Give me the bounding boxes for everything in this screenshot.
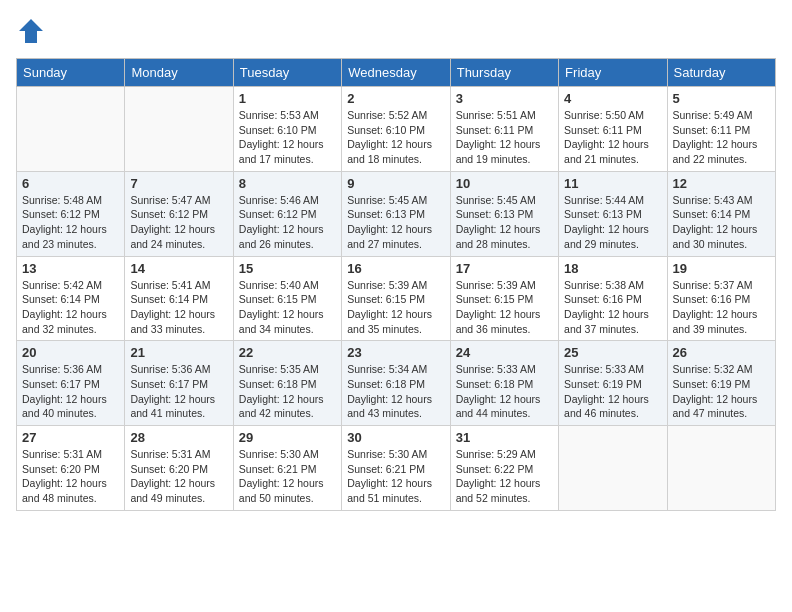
calendar-cell: 31Sunrise: 5:29 AM Sunset: 6:22 PM Dayli…: [450, 426, 558, 511]
day-info: Sunrise: 5:29 AM Sunset: 6:22 PM Dayligh…: [456, 447, 553, 506]
calendar-cell: 21Sunrise: 5:36 AM Sunset: 6:17 PM Dayli…: [125, 341, 233, 426]
calendar-table: SundayMondayTuesdayWednesdayThursdayFrid…: [16, 58, 776, 511]
day-number: 5: [673, 91, 770, 106]
day-number: 28: [130, 430, 227, 445]
day-info: Sunrise: 5:42 AM Sunset: 6:14 PM Dayligh…: [22, 278, 119, 337]
day-info: Sunrise: 5:41 AM Sunset: 6:14 PM Dayligh…: [130, 278, 227, 337]
weekday-header: Friday: [559, 59, 667, 87]
day-info: Sunrise: 5:38 AM Sunset: 6:16 PM Dayligh…: [564, 278, 661, 337]
calendar-cell: 6Sunrise: 5:48 AM Sunset: 6:12 PM Daylig…: [17, 171, 125, 256]
day-number: 24: [456, 345, 553, 360]
calendar-cell: 10Sunrise: 5:45 AM Sunset: 6:13 PM Dayli…: [450, 171, 558, 256]
day-info: Sunrise: 5:45 AM Sunset: 6:13 PM Dayligh…: [456, 193, 553, 252]
weekday-header: Wednesday: [342, 59, 450, 87]
calendar-cell: 20Sunrise: 5:36 AM Sunset: 6:17 PM Dayli…: [17, 341, 125, 426]
day-info: Sunrise: 5:33 AM Sunset: 6:19 PM Dayligh…: [564, 362, 661, 421]
day-number: 15: [239, 261, 336, 276]
day-info: Sunrise: 5:35 AM Sunset: 6:18 PM Dayligh…: [239, 362, 336, 421]
calendar-cell: 24Sunrise: 5:33 AM Sunset: 6:18 PM Dayli…: [450, 341, 558, 426]
day-number: 23: [347, 345, 444, 360]
calendar-cell: 5Sunrise: 5:49 AM Sunset: 6:11 PM Daylig…: [667, 87, 775, 172]
calendar-cell: [667, 426, 775, 511]
calendar-cell: 7Sunrise: 5:47 AM Sunset: 6:12 PM Daylig…: [125, 171, 233, 256]
weekday-header: Tuesday: [233, 59, 341, 87]
calendar-cell: 1Sunrise: 5:53 AM Sunset: 6:10 PM Daylig…: [233, 87, 341, 172]
day-info: Sunrise: 5:48 AM Sunset: 6:12 PM Dayligh…: [22, 193, 119, 252]
day-info: Sunrise: 5:36 AM Sunset: 6:17 PM Dayligh…: [22, 362, 119, 421]
day-info: Sunrise: 5:43 AM Sunset: 6:14 PM Dayligh…: [673, 193, 770, 252]
day-number: 21: [130, 345, 227, 360]
day-number: 14: [130, 261, 227, 276]
calendar-cell: 26Sunrise: 5:32 AM Sunset: 6:19 PM Dayli…: [667, 341, 775, 426]
day-info: Sunrise: 5:30 AM Sunset: 6:21 PM Dayligh…: [239, 447, 336, 506]
weekday-header: Thursday: [450, 59, 558, 87]
svg-marker-0: [19, 19, 43, 43]
day-info: Sunrise: 5:52 AM Sunset: 6:10 PM Dayligh…: [347, 108, 444, 167]
day-info: Sunrise: 5:39 AM Sunset: 6:15 PM Dayligh…: [456, 278, 553, 337]
calendar-cell: 18Sunrise: 5:38 AM Sunset: 6:16 PM Dayli…: [559, 256, 667, 341]
weekday-header: Saturday: [667, 59, 775, 87]
day-number: 31: [456, 430, 553, 445]
day-info: Sunrise: 5:51 AM Sunset: 6:11 PM Dayligh…: [456, 108, 553, 167]
calendar-cell: 19Sunrise: 5:37 AM Sunset: 6:16 PM Dayli…: [667, 256, 775, 341]
calendar-cell: 28Sunrise: 5:31 AM Sunset: 6:20 PM Dayli…: [125, 426, 233, 511]
page-header: [16, 16, 776, 46]
day-info: Sunrise: 5:30 AM Sunset: 6:21 PM Dayligh…: [347, 447, 444, 506]
day-number: 1: [239, 91, 336, 106]
calendar-cell: 9Sunrise: 5:45 AM Sunset: 6:13 PM Daylig…: [342, 171, 450, 256]
calendar-cell: 8Sunrise: 5:46 AM Sunset: 6:12 PM Daylig…: [233, 171, 341, 256]
day-info: Sunrise: 5:31 AM Sunset: 6:20 PM Dayligh…: [22, 447, 119, 506]
day-number: 12: [673, 176, 770, 191]
calendar-cell: 17Sunrise: 5:39 AM Sunset: 6:15 PM Dayli…: [450, 256, 558, 341]
day-info: Sunrise: 5:46 AM Sunset: 6:12 PM Dayligh…: [239, 193, 336, 252]
calendar-cell: 30Sunrise: 5:30 AM Sunset: 6:21 PM Dayli…: [342, 426, 450, 511]
day-number: 6: [22, 176, 119, 191]
calendar-cell: 3Sunrise: 5:51 AM Sunset: 6:11 PM Daylig…: [450, 87, 558, 172]
weekday-header: Monday: [125, 59, 233, 87]
day-number: 16: [347, 261, 444, 276]
day-info: Sunrise: 5:49 AM Sunset: 6:11 PM Dayligh…: [673, 108, 770, 167]
day-info: Sunrise: 5:44 AM Sunset: 6:13 PM Dayligh…: [564, 193, 661, 252]
day-number: 19: [673, 261, 770, 276]
day-number: 8: [239, 176, 336, 191]
day-number: 30: [347, 430, 444, 445]
calendar-cell: 13Sunrise: 5:42 AM Sunset: 6:14 PM Dayli…: [17, 256, 125, 341]
day-number: 20: [22, 345, 119, 360]
day-info: Sunrise: 5:36 AM Sunset: 6:17 PM Dayligh…: [130, 362, 227, 421]
logo-icon: [16, 16, 46, 46]
logo: [16, 16, 50, 46]
day-info: Sunrise: 5:34 AM Sunset: 6:18 PM Dayligh…: [347, 362, 444, 421]
day-number: 10: [456, 176, 553, 191]
calendar-cell: 14Sunrise: 5:41 AM Sunset: 6:14 PM Dayli…: [125, 256, 233, 341]
calendar-cell: 15Sunrise: 5:40 AM Sunset: 6:15 PM Dayli…: [233, 256, 341, 341]
day-info: Sunrise: 5:47 AM Sunset: 6:12 PM Dayligh…: [130, 193, 227, 252]
day-number: 18: [564, 261, 661, 276]
calendar-cell: 11Sunrise: 5:44 AM Sunset: 6:13 PM Dayli…: [559, 171, 667, 256]
weekday-header: Sunday: [17, 59, 125, 87]
day-number: 7: [130, 176, 227, 191]
day-number: 29: [239, 430, 336, 445]
day-info: Sunrise: 5:50 AM Sunset: 6:11 PM Dayligh…: [564, 108, 661, 167]
day-number: 11: [564, 176, 661, 191]
day-info: Sunrise: 5:40 AM Sunset: 6:15 PM Dayligh…: [239, 278, 336, 337]
calendar-cell: 23Sunrise: 5:34 AM Sunset: 6:18 PM Dayli…: [342, 341, 450, 426]
day-number: 9: [347, 176, 444, 191]
calendar-cell: [17, 87, 125, 172]
day-number: 4: [564, 91, 661, 106]
day-number: 2: [347, 91, 444, 106]
calendar-cell: [559, 426, 667, 511]
calendar-cell: [125, 87, 233, 172]
day-number: 27: [22, 430, 119, 445]
day-info: Sunrise: 5:33 AM Sunset: 6:18 PM Dayligh…: [456, 362, 553, 421]
calendar-cell: 12Sunrise: 5:43 AM Sunset: 6:14 PM Dayli…: [667, 171, 775, 256]
calendar-cell: 22Sunrise: 5:35 AM Sunset: 6:18 PM Dayli…: [233, 341, 341, 426]
day-info: Sunrise: 5:37 AM Sunset: 6:16 PM Dayligh…: [673, 278, 770, 337]
calendar-cell: 2Sunrise: 5:52 AM Sunset: 6:10 PM Daylig…: [342, 87, 450, 172]
day-info: Sunrise: 5:53 AM Sunset: 6:10 PM Dayligh…: [239, 108, 336, 167]
day-info: Sunrise: 5:45 AM Sunset: 6:13 PM Dayligh…: [347, 193, 444, 252]
day-number: 17: [456, 261, 553, 276]
day-info: Sunrise: 5:39 AM Sunset: 6:15 PM Dayligh…: [347, 278, 444, 337]
day-number: 25: [564, 345, 661, 360]
calendar-cell: 27Sunrise: 5:31 AM Sunset: 6:20 PM Dayli…: [17, 426, 125, 511]
calendar-cell: 29Sunrise: 5:30 AM Sunset: 6:21 PM Dayli…: [233, 426, 341, 511]
